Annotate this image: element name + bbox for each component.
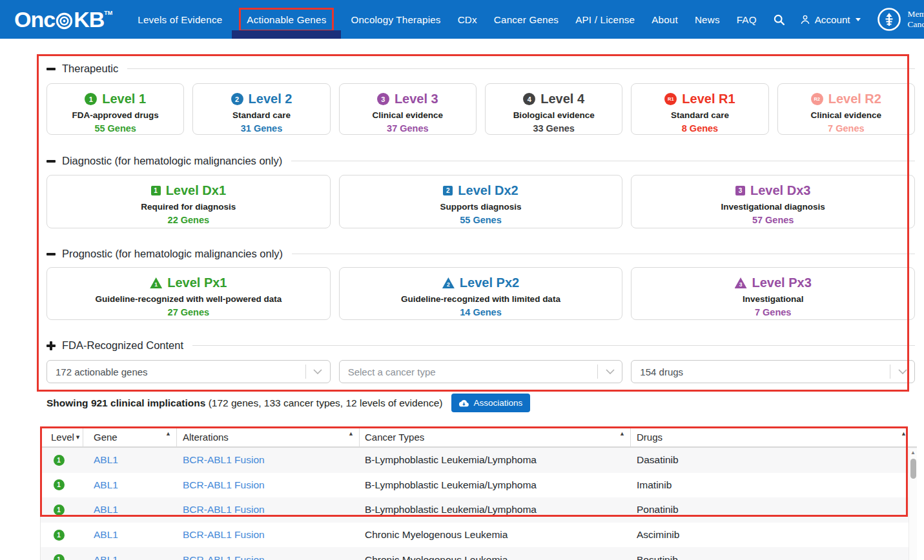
msk-logo[interactable]: Memorial Sloan Kettering Cancer Center — [876, 6, 924, 32]
gene-cell: ABL1 — [83, 479, 177, 491]
scroll-up-icon[interactable]: ▲ — [909, 450, 917, 455]
section-toggle-fda-recognized[interactable]: FDA-Recognized Content — [46, 339, 915, 352]
nav-cancer-genes[interactable]: Cancer Genes — [486, 0, 567, 39]
column-header-cancer-types[interactable]: Cancer Types ▲ — [360, 428, 631, 446]
annotation-box-actionable-genes: Actionable Genes — [239, 8, 334, 32]
level-3-icon: 3 — [377, 93, 389, 105]
diagnostic-cards: 1Level Dx1 Required for diagnosis 22 Gen… — [46, 175, 915, 228]
collapse-icon — [46, 253, 56, 255]
chevron-down-icon — [305, 365, 330, 379]
account-menu[interactable]: Account — [793, 14, 867, 25]
collapse-icon — [46, 160, 56, 163]
level-1-badge-icon: 1 — [54, 455, 65, 466]
clinical-implications-table: Level ▾ Gene ▲ Alterations ▲ Cancer Type… — [40, 428, 917, 560]
column-header-gene[interactable]: Gene ▲ — [83, 428, 177, 446]
level-r1-card[interactable]: R1Level R1 Standard care 8 Genes — [631, 83, 768, 135]
account-label: Account — [815, 14, 850, 25]
gene-link[interactable]: ABL1 — [94, 504, 118, 515]
table-scrollbar[interactable]: ▲ — [909, 449, 917, 560]
nav-news[interactable]: News — [686, 0, 728, 39]
nav-faq[interactable]: FAQ — [728, 0, 765, 39]
column-label: Gene — [94, 432, 118, 443]
nav-about[interactable]: About — [643, 0, 686, 39]
section-divider — [291, 161, 915, 161]
section-title: Therapeutic — [62, 63, 118, 75]
alteration-link[interactable]: BCR-ABL1 Fusion — [183, 479, 265, 490]
level-cell: 1 — [41, 455, 83, 466]
msk-line2: Cancer Center — [908, 19, 924, 30]
sort-ascending-icon: ▲ — [619, 430, 625, 437]
therapeutic-cards: 1Level 1 FDA-approved drugs 55 Genes 2Le… — [46, 83, 915, 135]
gene-filter-select[interactable]: 172 actionable genes — [46, 360, 331, 383]
level-description: Standard care — [631, 110, 768, 120]
drug-cell: Bosutinib — [631, 554, 917, 560]
section-toggle-therapeutic[interactable]: Therapeutic — [46, 63, 915, 75]
level-cell: 1 — [41, 479, 83, 490]
level-dx2-card[interactable]: 2Level Dx2 Supports diagnosis 55 Genes — [339, 175, 623, 228]
gene-link[interactable]: ABL1 — [94, 529, 118, 540]
nav-label: About — [652, 14, 678, 25]
level-r2-card[interactable]: R2Level R2 Clinical evidence 7 Genes — [777, 83, 915, 135]
level-3-card[interactable]: 3Level 3 Clinical evidence 37 Genes — [339, 83, 477, 135]
gene-link[interactable]: ABL1 — [94, 479, 118, 490]
level-dx3-card[interactable]: 3Level Dx3 Investigational diagnosis 57 … — [631, 175, 915, 228]
level-4-card[interactable]: 4Level 4 Biological evidence 33 Genes — [485, 83, 622, 135]
level-description: Standard care — [193, 110, 329, 120]
search-button[interactable] — [765, 0, 793, 39]
oncokb-actionable-genes-page: Onc KB TM Levels of Evidence Actionable … — [0, 0, 924, 560]
level-gene-count: 7 Genes — [778, 123, 914, 134]
level-cell: 1 — [41, 530, 83, 541]
scrollbar-thumb[interactable] — [910, 459, 916, 479]
level-cell: 1 — [41, 505, 83, 515]
level-description: Investigational — [631, 294, 914, 304]
level-gene-count: 37 Genes — [340, 123, 476, 134]
cancer-type-cell: Chronic Myelogenous Leukemia — [360, 554, 631, 560]
level-px2-card[interactable]: 2Level Px2 Guideline-recognized with lim… — [339, 267, 623, 320]
level-2-card[interactable]: 2Level 2 Standard care 31 Genes — [192, 83, 330, 135]
level-title: Level Dx3 — [750, 183, 810, 198]
gene-cell: ABL1 — [83, 454, 177, 466]
drug-cell: Ponatinib — [631, 504, 917, 515]
alteration-link[interactable]: BCR-ABL1 Fusion — [183, 529, 265, 540]
alteration-link[interactable]: BCR-ABL1 Fusion — [183, 504, 265, 515]
alteration-link[interactable]: BCR-ABL1 Fusion — [183, 554, 265, 560]
column-header-alterations[interactable]: Alterations ▲ — [177, 428, 360, 446]
level-gene-count: 57 Genes — [631, 215, 914, 225]
nav-levels-of-evidence[interactable]: Levels of Evidence — [129, 0, 231, 39]
nav-oncology-therapies[interactable]: Oncology Therapies — [342, 0, 449, 39]
nav-api-license[interactable]: API / License — [567, 0, 643, 39]
oncokb-logo[interactable]: Onc KB TM — [14, 7, 112, 32]
section-toggle-prognostic[interactable]: Prognostic (for hematologic malignancies… — [46, 248, 915, 260]
level-dx1-card[interactable]: 1Level Dx1 Required for diagnosis 22 Gen… — [46, 175, 331, 228]
column-header-level[interactable]: Level ▾ — [41, 428, 83, 446]
cancer-type-cell: B-Lymphoblastic Leukemia/Lymphoma — [360, 454, 631, 466]
level-px3-card[interactable]: 3Level Px3 Investigational 7 Genes — [631, 267, 915, 320]
logo-trademark: TM — [104, 10, 112, 16]
nav-cdx[interactable]: CDx — [449, 0, 486, 39]
level-cell: 1 — [41, 554, 83, 560]
section-divider — [192, 345, 915, 346]
drug-filter-select[interactable]: 154 drugs — [631, 360, 915, 383]
level-px1-card[interactable]: 1Level Px1 Guideline-recognized with wel… — [46, 267, 331, 320]
level-gene-count: 55 Genes — [47, 123, 183, 134]
table-row: 1 ABL1 BCR-ABL1 Fusion B-Lymphoblastic L… — [41, 448, 917, 473]
nav-label: News — [695, 14, 720, 25]
level-title: Level Px2 — [460, 275, 519, 290]
column-label: Drugs — [637, 432, 662, 443]
gene-link[interactable]: ABL1 — [94, 554, 118, 560]
section-toggle-diagnostic[interactable]: Diagnostic (for hematologic malignancies… — [46, 155, 915, 167]
column-label: Level — [51, 432, 74, 443]
logo-text-kb: KB — [74, 7, 104, 32]
gene-link[interactable]: ABL1 — [94, 454, 118, 465]
level-description: Supports diagnosis — [340, 202, 622, 212]
nav-actionable-genes[interactable]: Actionable Genes — [231, 0, 342, 39]
cancer-type-filter-select[interactable]: Select a cancer type — [339, 360, 623, 383]
gene-cell: ABL1 — [83, 529, 177, 541]
column-header-drugs[interactable]: Drugs ▲ — [631, 428, 917, 446]
associations-button[interactable]: Associations — [451, 394, 530, 412]
drug-filter-value: 154 drugs — [631, 366, 890, 377]
nav-label: Cancer Genes — [494, 14, 559, 25]
alteration-link[interactable]: BCR-ABL1 Fusion — [183, 454, 265, 465]
cloud-download-icon — [459, 399, 469, 407]
level-1-card[interactable]: 1Level 1 FDA-approved drugs 55 Genes — [46, 83, 184, 135]
